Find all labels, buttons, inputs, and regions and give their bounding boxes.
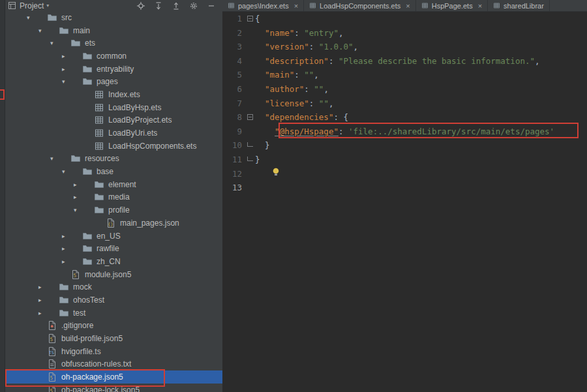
svg-text:{}: {}: [108, 222, 113, 227]
code-line-3[interactable]: 3 "version": "1.0.0",: [222, 40, 587, 54]
ets-file-icon: [421, 2, 429, 9]
tree-item-en-us[interactable]: ▸en_US: [5, 230, 222, 243]
tree-item-src[interactable]: ▾src: [5, 11, 222, 24]
code-line-10[interactable]: 10 }: [222, 138, 587, 153]
tree-item-main[interactable]: ▾main: [5, 24, 222, 37]
line-number: 2: [222, 26, 245, 40]
fold-gutter: [245, 54, 255, 68]
tree-item-test[interactable]: ▸test: [5, 307, 222, 320]
tree-item-zh-cn[interactable]: ▸zh_CN: [5, 255, 222, 268]
fold-gutter: [245, 125, 255, 139]
locate-icon[interactable]: [136, 1, 145, 10]
tree-item-main-pages-json[interactable]: {}main_pages.json: [5, 217, 222, 230]
folder-icon: [94, 205, 104, 215]
chevron-right-icon[interactable]: ▸: [60, 53, 82, 59]
editor-tab-pages-index-ets[interactable]: pages\Index.ets×: [222, 0, 304, 11]
tree-item-profile[interactable]: ▾profile: [5, 204, 222, 217]
code-line-5[interactable]: 5 "main": "",: [222, 68, 587, 82]
code-text: {: [255, 12, 260, 26]
chevron-down-icon[interactable]: ▾: [25, 14, 47, 21]
fold-collapse-icon[interactable]: [245, 110, 255, 125]
tree-item-mock[interactable]: ▸mock: [5, 280, 222, 294]
code-line-6[interactable]: 6 "author": "",: [222, 82, 587, 97]
chevron-right-icon[interactable]: ▸: [60, 66, 82, 72]
ets-file-icon: [94, 89, 104, 100]
ets-file-icon: [228, 2, 235, 9]
tree-item-loadbyproject-ets[interactable]: LoadByProject.ets: [5, 114, 222, 127]
chevron-down-icon[interactable]: ▾: [60, 78, 82, 85]
tree-item-gitignore[interactable]: .gitignore: [5, 320, 222, 333]
tree-item-oh-package-lock-json5[interactable]: 5oh-package-lock.json5: [5, 384, 222, 392]
settings-icon[interactable]: [189, 1, 198, 10]
chevron-down-icon[interactable]: ▾: [48, 40, 70, 46]
collapse-all-icon[interactable]: [172, 1, 181, 10]
hide-icon[interactable]: [207, 1, 216, 10]
folder-icon: [94, 179, 104, 190]
tree-item-media[interactable]: ▸media: [5, 191, 222, 204]
code-line-9[interactable]: 9 "@hsp/Hspage": 'file:../sharedLibrary/…: [222, 125, 587, 139]
tree-item-rawfile[interactable]: ▸rawfile: [5, 242, 222, 255]
tree-item-hvigorfile-ts[interactable]: TShvigorfile.ts: [5, 345, 222, 358]
tree-item-loadbyhsp-ets[interactable]: LoadByHsp.ets: [5, 101, 222, 114]
code-line-13[interactable]: 13: [222, 181, 587, 195]
tree-item-module-json5[interactable]: 5module.json5: [5, 268, 222, 281]
chevron-right-icon[interactable]: ▸: [60, 233, 82, 239]
ets-file-icon: [493, 2, 500, 9]
folder-icon: [82, 166, 93, 177]
tree-item-ohostest[interactable]: ▸ohosTest: [5, 294, 222, 307]
editor: pages\Index.ets×LoadHspComponents.ets×Hs…: [222, 0, 587, 392]
line-number: 13: [222, 181, 245, 195]
code-line-8[interactable]: 8 "dependencies": {: [222, 110, 587, 125]
json5-file-icon: 5: [70, 269, 81, 280]
fold-collapse-icon[interactable]: [245, 12, 255, 26]
chevron-right-icon[interactable]: ▸: [60, 258, 82, 265]
panel-title[interactable]: Project: [20, 1, 44, 10]
tree-item-loadhspcomponents-ets[interactable]: LoadHspComponents.ets: [5, 140, 222, 153]
chevron-right-icon[interactable]: ▸: [72, 194, 94, 200]
tree-item-entryability[interactable]: ▸entryability: [5, 63, 222, 76]
expand-all-icon[interactable]: [154, 1, 163, 10]
tree-item-oh-package-json5[interactable]: 5oh-package.json5: [5, 370, 222, 384]
chevron-right-icon[interactable]: ▸: [37, 297, 59, 303]
chevron-down-icon[interactable]: ▾: [60, 168, 82, 175]
close-tab-icon[interactable]: ×: [406, 2, 410, 10]
code-line-4[interactable]: 4 "description": "Please describe the ba…: [222, 54, 587, 68]
editor-tab-sharedlibrar[interactable]: sharedLibrar: [488, 0, 550, 11]
folder-icon: [47, 12, 57, 23]
tree-item-loadbyuri-ets[interactable]: LoadByUri.ets: [5, 127, 222, 140]
tree-item-label: module.json5: [85, 270, 131, 279]
ets-file-icon: [94, 102, 104, 113]
tree-item-ets[interactable]: ▾ets: [5, 37, 222, 50]
editor-tab-loadhspcomponents-ets[interactable]: LoadHspComponents.ets×: [304, 0, 416, 11]
close-tab-icon[interactable]: ×: [294, 2, 298, 10]
line-number: 3: [222, 40, 245, 54]
chevron-right-icon[interactable]: ▸: [72, 181, 94, 188]
annotation-edge-marker: [0, 89, 5, 100]
tree-item-resources[interactable]: ▾resources: [5, 153, 222, 166]
chevron-down-icon[interactable]: ▾: [37, 27, 59, 34]
folder-icon: [59, 308, 69, 318]
chevron-down-icon[interactable]: ▾: [46, 3, 49, 8]
chevron-down-icon[interactable]: ▾: [72, 207, 94, 213]
tree-item-build-profile-json5[interactable]: 5build-profile.json5: [5, 332, 222, 345]
tree-item-obfuscation-rules-txt[interactable]: obfuscation-rules.txt: [5, 358, 222, 371]
code-line-1[interactable]: 1{: [222, 12, 587, 26]
tree-item-index-ets[interactable]: Index.ets: [5, 88, 222, 101]
close-tab-icon[interactable]: ×: [478, 2, 482, 10]
tree-item-element[interactable]: ▸element: [5, 178, 222, 191]
code-line-7[interactable]: 7 "license": "",: [222, 97, 587, 111]
tree-item-common[interactable]: ▸common: [5, 50, 222, 63]
folder-icon: [82, 64, 93, 74]
chevron-right-icon[interactable]: ▸: [37, 310, 59, 316]
tree-item-label: LoadByUri.ets: [108, 128, 157, 138]
chevron-right-icon[interactable]: ▸: [37, 284, 59, 290]
tree-item-pages[interactable]: ▾pages: [5, 75, 222, 88]
code-line-11[interactable]: 11}: [222, 153, 587, 167]
code-text: "name": "entry",: [255, 26, 344, 40]
chevron-down-icon[interactable]: ▾: [48, 155, 70, 162]
editor-tab-hsppage-ets[interactable]: HspPage.ets×: [416, 0, 488, 11]
chevron-right-icon[interactable]: ▸: [60, 245, 82, 252]
code-line-2[interactable]: 2 "name": "entry",: [222, 26, 587, 40]
intention-bulb-icon[interactable]: [272, 167, 280, 177]
tree-item-base[interactable]: ▾base: [5, 165, 222, 178]
